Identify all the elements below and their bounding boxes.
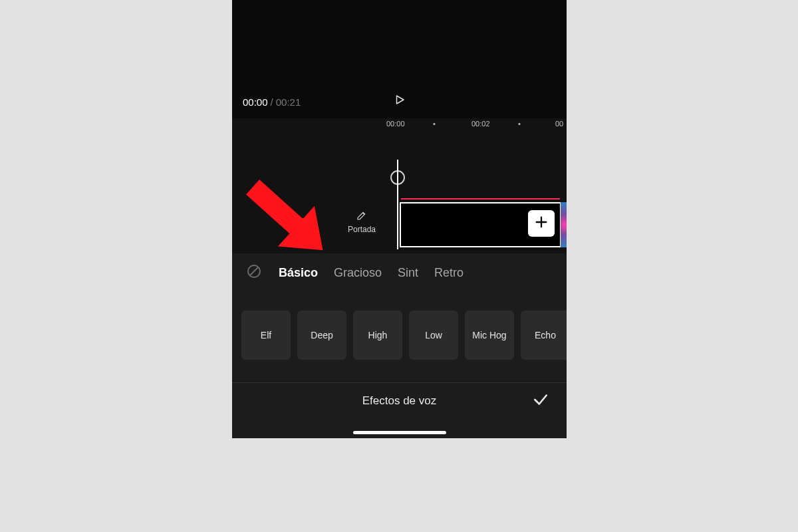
editor-screen: 00:00 / 00:21 00:00 • 00:02 • 00 el clip xyxy=(232,0,567,438)
preset-mic-hog[interactable]: Mic Hog xyxy=(465,311,514,360)
preset-low[interactable]: Low xyxy=(409,311,458,360)
tab-retro[interactable]: Retro xyxy=(434,266,464,280)
check-icon xyxy=(532,391,549,411)
time-separator: / xyxy=(271,96,273,108)
home-indicator xyxy=(353,431,446,434)
preset-high[interactable]: High xyxy=(353,311,402,360)
ruler-dot: • xyxy=(433,120,436,128)
tab-sint[interactable]: Sint xyxy=(398,266,418,280)
panel-title: Efectos de voz xyxy=(362,394,437,408)
svg-line-1 xyxy=(250,267,258,275)
confirm-button[interactable] xyxy=(531,391,551,411)
video-preview: 00:00 / 00:21 xyxy=(232,0,567,118)
ruler-mark: 00:00 xyxy=(386,120,405,128)
none-icon xyxy=(246,263,262,282)
timeline[interactable]: 00:00 • 00:02 • 00 el clip Portada xyxy=(232,118,567,253)
adjacent-clip-thumb[interactable] xyxy=(561,202,567,247)
add-clip-button[interactable] xyxy=(528,210,555,237)
time-ruler: 00:00 • 00:02 • 00 xyxy=(386,120,567,133)
effect-category-tabs: Básico Gracioso Sint Retro xyxy=(232,253,567,291)
play-icon xyxy=(394,94,406,108)
clip-label: el clip xyxy=(281,217,321,234)
voice-effects-panel: Básico Gracioso Sint Retro Elf Deep High… xyxy=(232,253,567,438)
cover-label: Portada xyxy=(338,225,385,234)
total-time: 00:21 xyxy=(276,96,301,108)
ruler-dot: • xyxy=(518,120,521,128)
preset-deep[interactable]: Deep xyxy=(297,311,346,360)
playhead[interactable] xyxy=(397,160,398,249)
audio-track-marker xyxy=(401,198,560,200)
ruler-mark: 00 xyxy=(555,120,563,128)
ruler-mark: 00:02 xyxy=(471,120,490,128)
none-effect-button[interactable] xyxy=(245,264,263,281)
preset-elf[interactable]: Elf xyxy=(241,311,291,360)
tab-gracioso[interactable]: Gracioso xyxy=(334,266,382,280)
cover-button[interactable]: Portada xyxy=(338,210,385,234)
tab-basico[interactable]: Básico xyxy=(279,266,318,280)
pencil-icon xyxy=(338,210,385,221)
panel-footer: Efectos de voz xyxy=(232,382,567,418)
preset-echo[interactable]: Echo xyxy=(521,311,567,360)
plus-icon xyxy=(534,215,549,232)
effect-presets: Elf Deep High Low Mic Hog Echo xyxy=(232,291,567,360)
current-time: 00:00 xyxy=(243,96,268,108)
play-button[interactable] xyxy=(390,92,409,110)
